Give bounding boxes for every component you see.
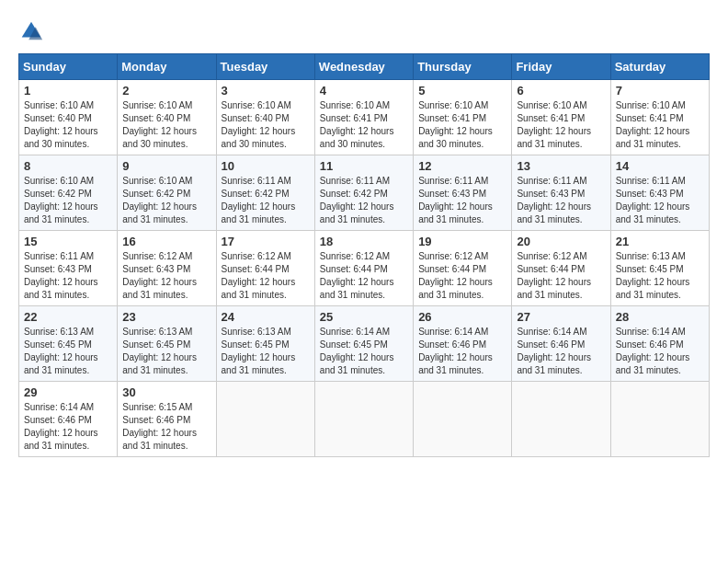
day-info: Sunrise: 6:10 AM Sunset: 6:41 PM Dayligh… xyxy=(517,99,605,151)
calendar-cell: 1 Sunrise: 6:10 AM Sunset: 6:40 PM Dayli… xyxy=(19,80,118,155)
day-number: 2 xyxy=(122,84,210,98)
calendar-cell: 6 Sunrise: 6:10 AM Sunset: 6:41 PM Dayli… xyxy=(512,80,610,155)
day-info: Sunrise: 6:10 AM Sunset: 6:40 PM Dayligh… xyxy=(222,99,310,151)
day-number: 15 xyxy=(24,235,112,248)
calendar-cell: 29 Sunrise: 6:14 AM Sunset: 6:46 PM Dayl… xyxy=(19,382,118,457)
calendar-table: SundayMondayTuesdayWednesdayThursdayFrid… xyxy=(18,53,710,457)
calendar-cell: 26 Sunrise: 6:14 AM Sunset: 6:46 PM Dayl… xyxy=(414,306,512,382)
day-number: 17 xyxy=(222,235,310,248)
day-info: Sunrise: 6:10 AM Sunset: 6:40 PM Dayligh… xyxy=(24,99,112,151)
weekday-header: Tuesday xyxy=(216,54,314,80)
day-info: Sunrise: 6:12 AM Sunset: 6:44 PM Dayligh… xyxy=(320,250,408,302)
calendar-cell xyxy=(610,382,709,457)
calendar-cell: 10 Sunrise: 6:11 AM Sunset: 6:42 PM Dayl… xyxy=(216,155,314,231)
calendar-cell: 27 Sunrise: 6:14 AM Sunset: 6:46 PM Dayl… xyxy=(512,306,610,382)
calendar-cell: 2 Sunrise: 6:10 AM Sunset: 6:40 PM Dayli… xyxy=(118,80,216,155)
day-number: 26 xyxy=(418,310,506,324)
day-number: 7 xyxy=(616,84,704,98)
calendar-cell: 9 Sunrise: 6:10 AM Sunset: 6:42 PM Dayli… xyxy=(118,155,216,231)
logo xyxy=(18,18,48,44)
day-info: Sunrise: 6:11 AM Sunset: 6:43 PM Dayligh… xyxy=(418,175,506,226)
day-number: 13 xyxy=(517,159,605,173)
calendar-cell: 30 Sunrise: 6:15 AM Sunset: 6:46 PM Dayl… xyxy=(118,382,216,457)
calendar-cell: 21 Sunrise: 6:13 AM Sunset: 6:45 PM Dayl… xyxy=(610,231,709,306)
calendar-week-row: 1 Sunrise: 6:10 AM Sunset: 6:40 PM Dayli… xyxy=(19,80,710,155)
day-number: 14 xyxy=(616,159,704,173)
logo-icon xyxy=(18,18,44,44)
calendar-cell: 7 Sunrise: 6:10 AM Sunset: 6:41 PM Dayli… xyxy=(610,80,709,155)
day-info: Sunrise: 6:11 AM Sunset: 6:43 PM Dayligh… xyxy=(24,250,112,302)
calendar-cell: 4 Sunrise: 6:10 AM Sunset: 6:41 PM Dayli… xyxy=(314,80,413,155)
day-number: 29 xyxy=(24,385,112,399)
calendar-cell: 5 Sunrise: 6:10 AM Sunset: 6:41 PM Dayli… xyxy=(414,80,512,155)
calendar-cell: 28 Sunrise: 6:14 AM Sunset: 6:46 PM Dayl… xyxy=(610,306,709,382)
day-number: 5 xyxy=(418,84,506,98)
day-number: 12 xyxy=(418,159,506,173)
day-info: Sunrise: 6:13 AM Sunset: 6:45 PM Dayligh… xyxy=(616,250,704,302)
day-info: Sunrise: 6:13 AM Sunset: 6:45 PM Dayligh… xyxy=(24,326,112,377)
day-number: 8 xyxy=(24,159,112,173)
day-number: 20 xyxy=(517,235,605,248)
calendar-week-row: 8 Sunrise: 6:10 AM Sunset: 6:42 PM Dayli… xyxy=(19,155,710,231)
calendar-cell: 15 Sunrise: 6:11 AM Sunset: 6:43 PM Dayl… xyxy=(19,231,118,306)
calendar-cell: 16 Sunrise: 6:12 AM Sunset: 6:43 PM Dayl… xyxy=(118,231,216,306)
day-number: 11 xyxy=(320,159,408,173)
calendar-cell: 18 Sunrise: 6:12 AM Sunset: 6:44 PM Dayl… xyxy=(314,231,413,306)
day-info: Sunrise: 6:10 AM Sunset: 6:42 PM Dayligh… xyxy=(122,175,210,226)
calendar-week-row: 15 Sunrise: 6:11 AM Sunset: 6:43 PM Dayl… xyxy=(19,231,710,306)
day-info: Sunrise: 6:10 AM Sunset: 6:41 PM Dayligh… xyxy=(616,99,704,151)
calendar-cell xyxy=(314,382,413,457)
day-number: 28 xyxy=(616,310,704,324)
day-info: Sunrise: 6:14 AM Sunset: 6:46 PM Dayligh… xyxy=(517,326,605,377)
day-info: Sunrise: 6:12 AM Sunset: 6:44 PM Dayligh… xyxy=(418,250,506,302)
calendar-cell xyxy=(414,382,512,457)
calendar-cell: 22 Sunrise: 6:13 AM Sunset: 6:45 PM Dayl… xyxy=(19,306,118,382)
day-info: Sunrise: 6:13 AM Sunset: 6:45 PM Dayligh… xyxy=(122,326,210,377)
calendar-cell: 17 Sunrise: 6:12 AM Sunset: 6:44 PM Dayl… xyxy=(216,231,314,306)
day-info: Sunrise: 6:12 AM Sunset: 6:44 PM Dayligh… xyxy=(222,250,310,302)
weekday-header: Monday xyxy=(118,54,216,80)
day-number: 18 xyxy=(320,235,408,248)
day-info: Sunrise: 6:14 AM Sunset: 6:46 PM Dayligh… xyxy=(24,401,112,453)
calendar-week-row: 29 Sunrise: 6:14 AM Sunset: 6:46 PM Dayl… xyxy=(19,382,710,457)
day-number: 16 xyxy=(122,235,210,248)
day-info: Sunrise: 6:10 AM Sunset: 6:41 PM Dayligh… xyxy=(418,99,506,151)
calendar-week-row: 22 Sunrise: 6:13 AM Sunset: 6:45 PM Dayl… xyxy=(19,306,710,382)
day-number: 6 xyxy=(517,84,605,98)
calendar-cell: 23 Sunrise: 6:13 AM Sunset: 6:45 PM Dayl… xyxy=(118,306,216,382)
day-number: 30 xyxy=(122,385,210,399)
weekday-header: Friday xyxy=(512,54,610,80)
calendar-cell: 25 Sunrise: 6:14 AM Sunset: 6:45 PM Dayl… xyxy=(314,306,413,382)
day-number: 21 xyxy=(616,235,704,248)
calendar-cell: 14 Sunrise: 6:11 AM Sunset: 6:43 PM Dayl… xyxy=(610,155,709,231)
day-info: Sunrise: 6:12 AM Sunset: 6:43 PM Dayligh… xyxy=(122,250,210,302)
day-info: Sunrise: 6:11 AM Sunset: 6:43 PM Dayligh… xyxy=(517,175,605,226)
day-number: 23 xyxy=(122,310,210,324)
day-info: Sunrise: 6:14 AM Sunset: 6:46 PM Dayligh… xyxy=(616,326,704,377)
calendar-cell: 12 Sunrise: 6:11 AM Sunset: 6:43 PM Dayl… xyxy=(414,155,512,231)
calendar-cell: 11 Sunrise: 6:11 AM Sunset: 6:42 PM Dayl… xyxy=(314,155,413,231)
calendar-cell: 19 Sunrise: 6:12 AM Sunset: 6:44 PM Dayl… xyxy=(414,231,512,306)
weekday-header: Sunday xyxy=(19,54,118,80)
day-info: Sunrise: 6:10 AM Sunset: 6:42 PM Dayligh… xyxy=(24,175,112,226)
calendar-cell xyxy=(216,382,314,457)
day-info: Sunrise: 6:13 AM Sunset: 6:45 PM Dayligh… xyxy=(222,326,310,377)
weekday-header: Wednesday xyxy=(314,54,413,80)
day-info: Sunrise: 6:11 AM Sunset: 6:42 PM Dayligh… xyxy=(222,175,310,226)
day-info: Sunrise: 6:10 AM Sunset: 6:40 PM Dayligh… xyxy=(122,99,210,151)
calendar-cell: 13 Sunrise: 6:11 AM Sunset: 6:43 PM Dayl… xyxy=(512,155,610,231)
day-number: 19 xyxy=(418,235,506,248)
day-number: 27 xyxy=(517,310,605,324)
day-number: 9 xyxy=(122,159,210,173)
day-info: Sunrise: 6:11 AM Sunset: 6:43 PM Dayligh… xyxy=(616,175,704,226)
day-number: 1 xyxy=(24,84,112,98)
calendar-cell: 8 Sunrise: 6:10 AM Sunset: 6:42 PM Dayli… xyxy=(19,155,118,231)
day-info: Sunrise: 6:14 AM Sunset: 6:46 PM Dayligh… xyxy=(418,326,506,377)
weekday-header: Thursday xyxy=(414,54,512,80)
day-number: 22 xyxy=(24,310,112,324)
page-header xyxy=(18,18,710,44)
day-number: 24 xyxy=(222,310,310,324)
calendar-cell: 24 Sunrise: 6:13 AM Sunset: 6:45 PM Dayl… xyxy=(216,306,314,382)
weekday-header: Saturday xyxy=(610,54,709,80)
day-info: Sunrise: 6:15 AM Sunset: 6:46 PM Dayligh… xyxy=(122,401,210,453)
